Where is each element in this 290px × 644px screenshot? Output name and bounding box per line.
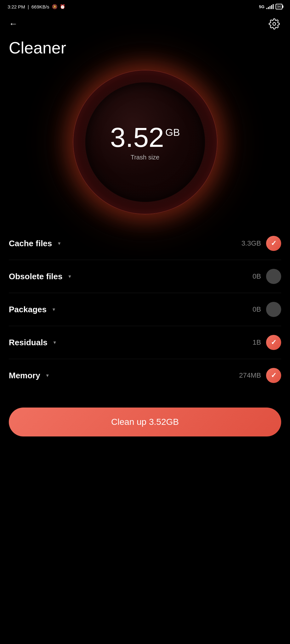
signal-bar-4 [271,5,272,9]
signal-bars [266,4,274,9]
chevron-down-obsolete[interactable]: ▼ [68,274,72,279]
settings-button[interactable] [267,17,281,31]
item-size-memory: 274MB [239,371,261,380]
back-button[interactable]: ← [9,19,18,29]
status-separator: | [28,4,29,9]
item-label-cache: Cache files [9,239,52,248]
item-left-memory: Memory ▼ [9,371,50,380]
battery-icon: 94 [276,4,282,9]
checkmark-residuals: ✓ [271,338,276,347]
status-speed: 669KB/s [31,4,49,9]
battery-indicator: 94 [276,4,282,9]
items-list: Cache files ▼ 3.3GB ✓ Obsolete files ▼ 0… [0,221,290,398]
item-label-obsolete: Obsolete files [9,272,63,281]
circle-container: 3.52GB Trash size [0,70,290,214]
chevron-down-memory[interactable]: ▼ [45,373,50,378]
circle-glow-ring [73,70,218,214]
network-5g: 5G [259,4,264,9]
signal-bar-2 [268,7,269,9]
status-bar: 3:22 PM | 669KB/s 🔕 ⏰ 5G 94 [0,0,290,12]
toggle-cache[interactable]: ✓ [266,236,281,251]
toggle-obsolete[interactable] [266,269,281,284]
item-right-packages: 0B [253,302,281,317]
item-right-memory: 274MB ✓ [239,368,281,383]
item-size-residuals: 1B [253,338,261,347]
battery-level: 94 [277,5,281,8]
item-size-cache: 3.3GB [242,239,261,247]
signal-bar-1 [266,8,267,9]
item-right-obsolete: 0B [253,269,281,284]
item-label-residuals: Residuals [9,338,48,347]
item-size-packages: 0B [253,305,261,314]
page-title: Cleaner [0,33,290,57]
clean-up-button[interactable]: Clean up 3.52GB [9,408,281,436]
list-item-obsolete: Obsolete files ▼ 0B [9,260,281,293]
item-label-packages: Packages [9,305,47,314]
circle-outer[interactable]: 3.52GB Trash size [73,70,218,214]
item-left-residuals: Residuals ▼ [9,338,57,347]
alarm-icon: ⏰ [60,4,65,9]
item-left-obsolete: Obsolete files ▼ [9,272,72,281]
toggle-packages[interactable] [266,302,281,317]
checkmark-cache: ✓ [271,239,276,247]
item-label-memory: Memory [9,371,40,380]
settings-icon [269,18,280,30]
list-item-residuals: Residuals ▼ 1B ✓ [9,326,281,359]
checkmark-memory: ✓ [271,371,276,380]
item-left-packages: Packages ▼ [9,305,56,314]
status-time: 3:22 PM [8,4,25,9]
chevron-down-packages[interactable]: ▼ [52,307,56,312]
status-right: 5G 94 [259,4,282,9]
list-item-packages: Packages ▼ 0B [9,293,281,326]
status-left: 3:22 PM | 669KB/s 🔕 ⏰ [8,4,65,9]
list-item-cache: Cache files ▼ 3.3GB ✓ [9,227,281,260]
toggle-memory[interactable]: ✓ [266,368,281,383]
item-size-obsolete: 0B [253,272,261,280]
toggle-residuals[interactable]: ✓ [266,335,281,350]
item-right-cache: 3.3GB ✓ [242,236,281,251]
signal-bar-3 [270,6,270,9]
chevron-down-residuals[interactable]: ▼ [53,340,57,345]
list-item-memory: Memory ▼ 274MB ✓ [9,359,281,392]
mute-icon: 🔕 [52,4,57,9]
item-left-cache: Cache files ▼ [9,239,61,248]
signal-bar-5 [273,4,274,9]
item-right-residuals: 1B ✓ [253,335,281,350]
chevron-down-cache[interactable]: ▼ [57,241,61,246]
top-nav: ← [0,12,290,33]
